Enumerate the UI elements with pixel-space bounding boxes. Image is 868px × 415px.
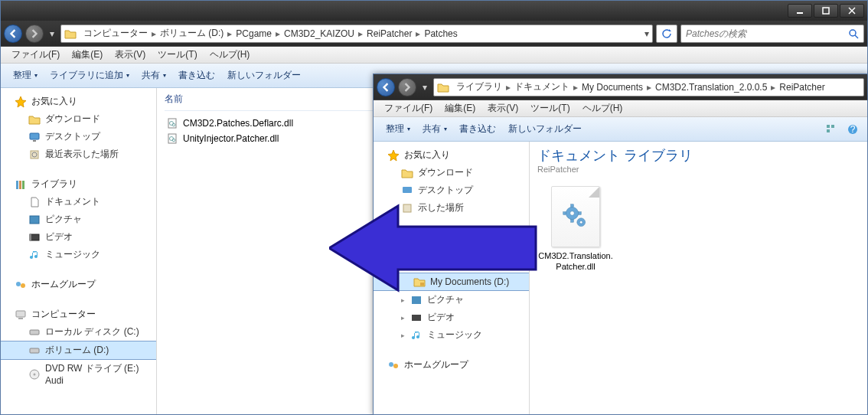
organize-button[interactable]: 整理▾ bbox=[380, 120, 416, 138]
sidebar-item-videos[interactable]: ▸ビデオ bbox=[374, 309, 529, 326]
sidebar-item-recent[interactable]: 最近表示した場所 bbox=[1, 145, 156, 163]
drive-icon bbox=[28, 326, 41, 338]
menu-help[interactable]: ヘルプ(H) bbox=[204, 47, 256, 63]
sidebar-item-videos[interactable]: ビデオ bbox=[1, 228, 156, 246]
sidebar: お気に入り ダウンロード デスクトップ 最近表示した場所 ライブラリ ドキュメン… bbox=[1, 88, 157, 414]
search-icon[interactable] bbox=[848, 28, 859, 39]
share-button[interactable]: 共有▾ bbox=[135, 67, 172, 84]
sidebar-item-music[interactable]: ▸ミュージック bbox=[374, 326, 529, 344]
help-button[interactable]: ? bbox=[844, 121, 861, 138]
forward-button[interactable] bbox=[398, 78, 416, 96]
sidebar-computer[interactable]: コンピューター bbox=[1, 306, 156, 323]
forward-button[interactable] bbox=[25, 25, 44, 43]
file-name: UnityInjector.Patcher.dll bbox=[183, 133, 279, 144]
sidebar-item-volume-d[interactable]: ボリューム (D:) bbox=[1, 341, 156, 360]
folder-lock-icon bbox=[413, 276, 426, 288]
burn-button[interactable]: 書き込む bbox=[453, 120, 502, 138]
menu-tools[interactable]: ツール(T) bbox=[152, 47, 203, 63]
nav-history-dropdown[interactable]: ▾ bbox=[47, 28, 57, 39]
sidebar-homegroup[interactable]: ホームグループ bbox=[374, 356, 529, 374]
sidebar-library[interactable]: ライブラリ bbox=[1, 175, 156, 193]
burn-button[interactable]: 書き込む bbox=[172, 67, 221, 84]
maximize-button[interactable] bbox=[814, 4, 838, 18]
svg-point-40 bbox=[389, 362, 393, 367]
sidebar-item-music[interactable]: ミュージック bbox=[1, 246, 156, 263]
svg-line-5 bbox=[855, 35, 858, 38]
menubar: ファイル(F) 編集(E) 表示(V) ツール(T) ヘルプ(H) bbox=[1, 47, 867, 64]
sidebar-item-pictures[interactable]: ピクチャ bbox=[1, 211, 156, 228]
picture-icon bbox=[28, 214, 41, 226]
file-thumbnail[interactable]: CM3D2.Translation.Patcher.dll bbox=[537, 186, 614, 272]
menu-view[interactable]: 表示(V) bbox=[109, 47, 152, 63]
breadcrumb-item[interactable]: CM3D2.Translation_2.0.0.5 bbox=[653, 82, 769, 93]
breadcrumb-item[interactable]: ReiPatcher bbox=[777, 82, 827, 93]
sidebar-favorites[interactable]: お気に入り bbox=[374, 146, 529, 164]
navbar: ▾ コンピューター▸ ボリューム (D:)▸ PCgame▸ CM3D2_KAI… bbox=[1, 21, 867, 47]
breadcrumb-item[interactable]: Patches bbox=[422, 28, 459, 39]
sidebar-item-desktop[interactable]: デスクトップ bbox=[374, 181, 529, 199]
search-input[interactable] bbox=[686, 28, 848, 39]
menu-file[interactable]: ファイル(F) bbox=[378, 100, 439, 116]
sidebar-item-desktop[interactable]: デスクトップ bbox=[1, 128, 156, 145]
sidebar-item-my-documents[interactable]: My Documents (D:) bbox=[374, 273, 529, 291]
sidebar-item-recent[interactable]: 示した場所 bbox=[374, 199, 529, 217]
breadcrumb-item[interactable]: コンピューター bbox=[81, 27, 150, 40]
breadcrumb-item[interactable]: ボリューム (D:) bbox=[158, 27, 226, 40]
nav-history-dropdown[interactable]: ▾ bbox=[419, 82, 430, 93]
new-folder-button[interactable]: 新しいフォルダー bbox=[502, 120, 588, 138]
library-icon bbox=[15, 178, 27, 191]
breadcrumb-item[interactable]: ReiPatcher bbox=[364, 28, 414, 39]
sidebar-item-documents[interactable]: ▾ュメント bbox=[374, 255, 529, 273]
menu-help[interactable]: ヘルプ(H) bbox=[576, 100, 629, 116]
svg-rect-46 bbox=[563, 212, 566, 215]
desktop-icon bbox=[401, 185, 413, 197]
share-button[interactable]: 共有▾ bbox=[416, 120, 453, 138]
svg-rect-10 bbox=[16, 181, 18, 189]
menu-file[interactable]: ファイル(F) bbox=[5, 47, 66, 63]
menu-edit[interactable]: 編集(E) bbox=[66, 47, 109, 63]
svg-rect-35 bbox=[403, 187, 412, 193]
svg-rect-32 bbox=[827, 129, 830, 132]
searchbox[interactable] bbox=[680, 25, 864, 43]
svg-rect-44 bbox=[571, 204, 574, 208]
folder-icon bbox=[437, 82, 449, 93]
titlebar bbox=[1, 1, 867, 21]
recent-icon bbox=[28, 149, 41, 161]
addressbar[interactable]: ライブラリ▸ ドキュメント▸ My Documents▸ CM3D2.Trans… bbox=[433, 78, 864, 96]
refresh-button[interactable] bbox=[656, 25, 677, 43]
document-icon bbox=[28, 196, 41, 208]
sidebar-item-downloads[interactable]: ダウンロード bbox=[374, 164, 529, 181]
sidebar-favorites[interactable]: お気に入り bbox=[1, 93, 156, 110]
star-icon bbox=[387, 149, 400, 162]
new-folder-button[interactable]: 新しいフォルダー bbox=[221, 67, 307, 84]
back-button[interactable] bbox=[377, 78, 395, 96]
picture-icon bbox=[410, 294, 423, 306]
breadcrumb-item[interactable]: CM3D2_KAIZOU bbox=[282, 28, 357, 39]
menu-view[interactable]: 表示(V) bbox=[481, 100, 524, 116]
menu-edit[interactable]: 編集(E) bbox=[439, 100, 481, 116]
breadcrumb-item[interactable]: ライブラリ bbox=[454, 80, 504, 93]
sidebar-item-dvd-rw[interactable]: DVD RW ドライブ (E:) Audi bbox=[1, 360, 156, 388]
back-button[interactable] bbox=[4, 25, 22, 43]
sidebar-item-pictures[interactable]: ▸ピクチャ bbox=[374, 291, 529, 309]
sidebar-item-downloads[interactable]: ダウンロード bbox=[1, 110, 156, 128]
breadcrumb-item[interactable]: PCgame bbox=[233, 28, 274, 39]
view-options-button[interactable] bbox=[823, 121, 840, 138]
folder-icon bbox=[28, 113, 41, 126]
svg-point-4 bbox=[850, 30, 856, 36]
organize-button[interactable]: 整理▾ bbox=[7, 67, 44, 84]
close-button[interactable] bbox=[840, 4, 864, 18]
minimize-button[interactable] bbox=[788, 4, 812, 18]
sidebar-homegroup[interactable]: ホームグループ bbox=[1, 276, 156, 293]
sidebar-item-documents[interactable]: ドキュメント bbox=[1, 193, 156, 211]
breadcrumb-item[interactable]: My Documents bbox=[579, 82, 645, 93]
svg-point-41 bbox=[393, 364, 398, 368]
breadcrumb-item[interactable]: ドキュメント bbox=[512, 80, 572, 93]
svg-rect-6 bbox=[30, 133, 39, 139]
address-dropdown-icon[interactable]: ▾ bbox=[644, 28, 649, 39]
sidebar-item-local-c[interactable]: ローカル ディスク (C:) bbox=[1, 323, 156, 341]
svg-rect-30 bbox=[827, 125, 830, 128]
menu-tools[interactable]: ツール(T) bbox=[524, 100, 576, 116]
addressbar[interactable]: コンピューター▸ ボリューム (D:)▸ PCgame▸ CM3D2_KAIZO… bbox=[60, 25, 653, 43]
add-to-library-button[interactable]: ライブラリに追加▾ bbox=[44, 67, 135, 84]
